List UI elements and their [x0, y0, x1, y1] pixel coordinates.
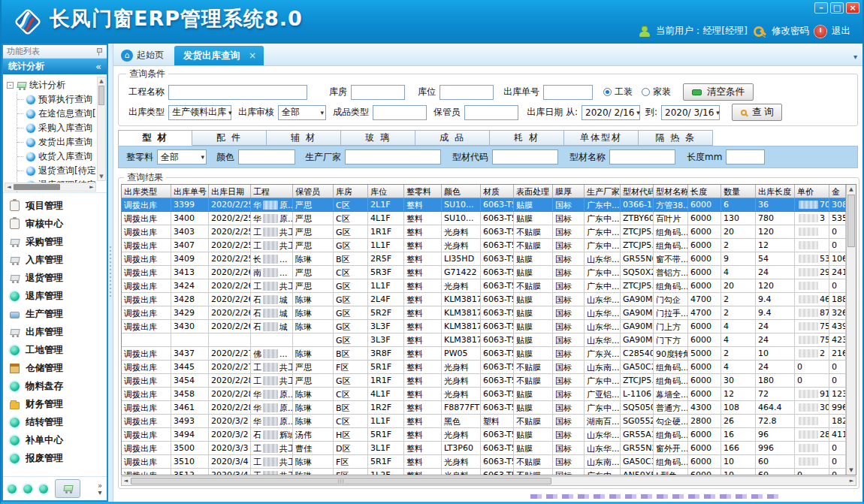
- column-header[interactable]: 出库日期: [209, 185, 251, 198]
- column-header[interactable]: 型材名称: [654, 185, 688, 198]
- location-input[interactable]: [440, 85, 494, 100]
- length-input[interactable]: [726, 149, 765, 164]
- color-input[interactable]: [238, 149, 295, 164]
- column-header[interactable]: 出库类型: [122, 185, 171, 198]
- sidebar-item[interactable]: 工地管理: [3, 341, 107, 359]
- scroll-left-icon[interactable]: ◄: [5, 183, 13, 192]
- material-tab[interactable]: 耗 材: [490, 130, 564, 146]
- scrollbar-thumb[interactable]: [98, 86, 104, 105]
- tree-item[interactable]: 在途信息查询[待: [17, 107, 96, 121]
- profile-code-input[interactable]: [492, 149, 558, 164]
- column-header[interactable]: 长度: [688, 185, 721, 198]
- table-row[interactable]: 调拨出库34452020/2/27工共工程严思F区5R1F整料光身料6063-T…: [122, 361, 846, 374]
- table-row[interactable]: 调拨出库34132020/2/26南...严思C区5R3F整料G71422606…: [122, 266, 846, 279]
- scrollbar-thumb[interactable]: [847, 195, 855, 247]
- grid-vertical-scrollbar[interactable]: ▲ ▼: [846, 185, 856, 475]
- dot-icon[interactable]: [8, 484, 17, 493]
- search-button[interactable]: 查 询: [732, 104, 782, 121]
- collapse-icon[interactable]: «: [95, 61, 101, 72]
- column-header[interactable]: 数量: [721, 185, 756, 198]
- column-header[interactable]: 库位: [368, 185, 404, 198]
- stats-section-header[interactable]: 统计分析 «: [3, 59, 107, 74]
- table-row[interactable]: 调拨出库34932020/3/2华原...陈琳C区1L1F整料黑色塑料不贴膜国标…: [122, 415, 846, 428]
- scroll-right-icon[interactable]: ►: [847, 477, 856, 485]
- table-row[interactable]: 调拨出库34242020/2/26工共工程严思G区1L1F整料光身料6063-T…: [122, 279, 846, 293]
- table-row[interactable]: 调拨出库34032020/2/25工共工程严思G区1R1F整料光身料6063-T…: [122, 225, 846, 239]
- sidebar-item[interactable]: 补单中心: [3, 431, 107, 449]
- whole-part-select[interactable]: 全部: [157, 149, 207, 164]
- tree-item[interactable]: 发货出库查询: [17, 135, 96, 149]
- column-header[interactable]: 颜色: [442, 185, 481, 198]
- column-header[interactable]: 保管员: [293, 185, 334, 198]
- table-row[interactable]: 调拨出库34582020/2/28华原...陈琳C区4L1F整料光身料6063-…: [122, 388, 846, 401]
- table-row[interactable]: 调拨出库34372020/2/27佛...陈琳B区3R8F整料PW056063-…: [122, 347, 846, 361]
- column-header[interactable]: 单价: [795, 185, 829, 198]
- table-row[interactable]: 调拨出库35122020/3/4工共工程陈琳F区1L2F整料光身料6063-T5…: [122, 469, 846, 475]
- audit-select[interactable]: 全部: [278, 105, 326, 120]
- jiazhuang-radio[interactable]: [642, 88, 650, 96]
- tree-root[interactable]: - 统计分析: [7, 77, 96, 92]
- close-tab-icon[interactable]: ×: [249, 50, 256, 61]
- tree-vertical-scrollbar[interactable]: ▲ ▼: [97, 77, 106, 181]
- order-no-input[interactable]: [543, 85, 593, 100]
- sidebar-item[interactable]: 物料盘存: [3, 377, 107, 395]
- column-header[interactable]: 库房: [334, 185, 368, 198]
- minimize-button[interactable]: –: [814, 2, 828, 14]
- column-header[interactable]: 出库单号: [171, 185, 209, 198]
- sidebar-item[interactable]: 项目管理: [3, 197, 107, 215]
- grid-horizontal-scrollbar[interactable]: ◄ III ►: [121, 476, 856, 486]
- profile-name-input[interactable]: [609, 149, 675, 164]
- sidebar-item[interactable]: 采购管理: [3, 233, 107, 251]
- scroll-up-icon[interactable]: ▲: [98, 77, 105, 85]
- material-tab[interactable]: 单体型材: [564, 130, 639, 146]
- tree-expander-icon[interactable]: -: [7, 82, 14, 89]
- table-row[interactable]: G区3L3F整料KLM38176063-T5贴膜国标山东华...GA90M09.…: [122, 333, 846, 347]
- column-header[interactable]: 出库长度: [756, 185, 795, 198]
- gongzhuang-radio[interactable]: [603, 88, 612, 96]
- material-tab[interactable]: 型 材: [118, 130, 192, 146]
- change-password-link[interactable]: 修改密码: [772, 25, 809, 38]
- sidebar-item[interactable]: 财务管理: [3, 395, 107, 413]
- scroll-left-icon[interactable]: ◄: [122, 477, 130, 485]
- sidebar-item[interactable]: 结转管理: [3, 413, 107, 431]
- material-tab[interactable]: 玻 璃: [341, 130, 415, 146]
- sidebar-item[interactable]: 报废管理: [3, 449, 107, 467]
- out-type-select[interactable]: 生产领料出库: [168, 105, 231, 120]
- warehouse-input[interactable]: [351, 85, 405, 100]
- pin-icon[interactable]: [95, 47, 103, 56]
- close-button[interactable]: ×: [846, 2, 859, 14]
- column-header[interactable]: 膜厚: [553, 185, 585, 198]
- table-row[interactable]: 调拨出库34072020/2/25工共工程严思G区1L1F整料光身料6063-T…: [122, 239, 846, 252]
- maximize-button[interactable]: □: [830, 2, 844, 14]
- table-row[interactable]: 调拨出库34092020/2/25长...陈琳B区2R5F整料LI35HD606…: [122, 252, 846, 266]
- dot-icon[interactable]: [23, 484, 32, 493]
- date-to-select[interactable]: 2020/ 3/16: [661, 105, 720, 120]
- clear-conditions-button[interactable]: 清空条件: [683, 83, 754, 101]
- tab-list-dropdown-icon[interactable]: ▾: [853, 53, 857, 61]
- material-tab[interactable]: 成 品: [415, 130, 490, 146]
- project-name-input[interactable]: [168, 85, 307, 100]
- logout-link[interactable]: 退出: [832, 25, 850, 38]
- dot-icon[interactable]: [39, 484, 48, 493]
- sidebar-splitter[interactable]: [108, 44, 113, 502]
- tab-home[interactable]: ⌂ 起始页: [118, 49, 174, 65]
- tree-item[interactable]: 退货查询[待定]: [17, 164, 96, 178]
- table-row[interactable]: 调拨出库34292020/2/26石城陈琳G区5R2F整料KLM38176063…: [122, 306, 846, 320]
- column-header[interactable]: 材质: [481, 185, 514, 198]
- column-header[interactable]: 型材代码: [621, 185, 654, 198]
- column-header[interactable]: 生产厂家: [585, 185, 621, 198]
- column-header[interactable]: 工程: [251, 185, 293, 198]
- keeper-input[interactable]: [464, 105, 518, 120]
- table-row[interactable]: 调拨出库34542020/2/28工共工程严思G区1R1F整料光身料6063-T…: [122, 374, 846, 388]
- sidebar-item[interactable]: 生产管理: [3, 305, 107, 323]
- scroll-right-icon[interactable]: ►: [88, 183, 95, 192]
- sidebar-item[interactable]: 退库管理: [3, 287, 107, 305]
- sidebar-item[interactable]: 入库管理: [3, 251, 107, 269]
- material-tab[interactable]: 辅 材: [267, 130, 341, 146]
- tree-item[interactable]: 预算执行查询: [17, 92, 96, 107]
- tab-shipment-outbound-query[interactable]: 发货出库查询 ×: [174, 46, 264, 65]
- product-type-input[interactable]: [373, 105, 427, 120]
- table-row[interactable]: 调拨出库34002020/2/25华原...严思C区4L1F整料SU10...6…: [122, 212, 846, 225]
- material-tab[interactable]: 配 件: [192, 130, 267, 146]
- table-row[interactable]: 调拨出库34302020/2/26石城陈琳G区3L3F整料KLM38176063…: [122, 320, 846, 333]
